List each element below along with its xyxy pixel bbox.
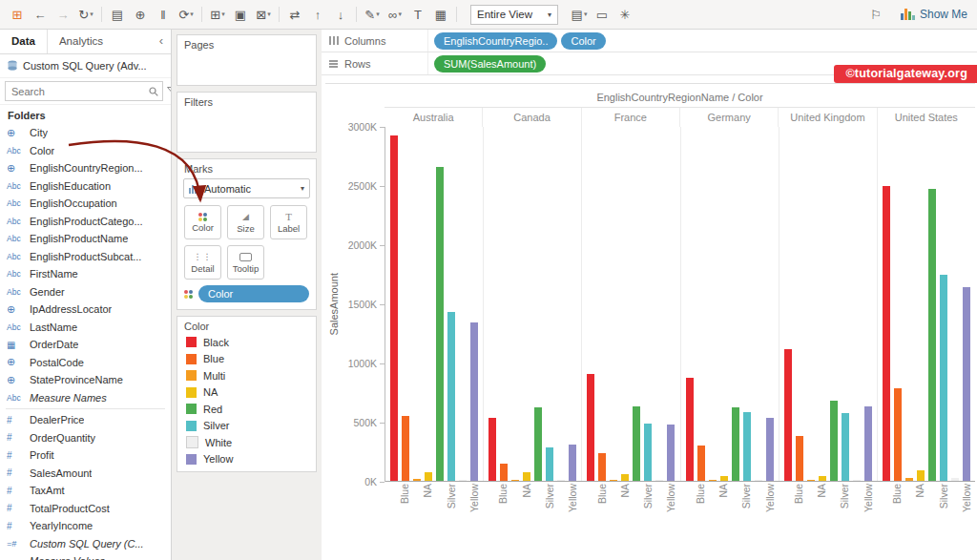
field-measure-names[interactable]: AbcMeasure Names [0,389,171,407]
bar-australia-silver[interactable] [447,312,455,481]
mark-button-size[interactable]: Size [227,205,264,239]
mark-button-color[interactable]: Color [184,205,221,239]
bar-canada-black[interactable] [488,418,496,481]
clear-sheet-button[interactable]: ⊠▾ [252,4,275,25]
legend-item-yellow[interactable]: Yellow [177,451,316,468]
save-button[interactable]: ▤ [106,4,129,25]
field-gender[interactable]: AbcGender [0,283,171,301]
bar-germany-black[interactable] [686,378,694,481]
field-taxamt[interactable]: #TaxAmt [0,482,171,500]
bar-united-kingdom-black[interactable] [784,349,792,482]
pause-auto-updates-button[interactable]: ‖ [152,4,175,25]
bar-france-white[interactable] [655,480,663,481]
field-englishoccupation[interactable]: AbcEnglishOccupation [0,195,171,213]
bar-france-red[interactable] [633,406,640,481]
presentation-mode-button[interactable]: ▭ [591,4,613,25]
bar-australia-black[interactable] [390,135,398,481]
legend-item-black[interactable]: Black [177,334,316,351]
show-me-button[interactable]: Show Me [901,8,967,21]
pages-shelf[interactable]: Pages [177,34,317,86]
tableau-logo-icon[interactable]: ⊞ [6,4,29,25]
forward-button[interactable]: → [52,4,74,25]
bar-germany-red[interactable] [732,407,739,481]
mark-button-tooltip[interactable]: Tooltip [227,245,264,280]
field-orderdate[interactable]: ▦OrderDate [0,336,171,354]
field-yearlyincome[interactable]: #YearlyIncome [0,517,171,535]
bar-united-kingdom-red[interactable] [830,401,838,481]
columns-shelf[interactable]: Columns EnglishCountryRegio..Color [322,30,977,52]
bar-canada-yellow[interactable] [569,445,576,481]
new-worksheet-button[interactable]: ⊞▾ [206,4,229,25]
bar-canada-red[interactable] [534,407,542,481]
sort-ascending-button[interactable]: ↑ [306,4,329,25]
bar-germany-multi[interactable] [709,480,717,481]
filters-shelf[interactable]: Filters [177,92,317,153]
bar-france-blue[interactable] [598,453,606,481]
field-orderquantity[interactable]: #OrderQuantity [0,429,171,447]
bar-france-black[interactable] [587,374,594,481]
pill-englishcountryregio[interactable]: EnglishCountryRegio.. [434,32,557,50]
show-mark-labels-button[interactable]: T [406,4,429,25]
field-lastname[interactable]: AbcLastName [0,319,171,337]
mark-type-dropdown[interactable]: Automatic ▾ [183,178,310,198]
bar-united-kingdom-yellow[interactable] [864,406,872,481]
bar-australia-multi[interactable] [413,479,421,481]
bar-united-states-yellow[interactable] [963,287,970,481]
legend-item-silver[interactable]: Silver [177,418,316,435]
share-button[interactable]: ✳ [613,4,636,25]
back-button[interactable]: ← [29,4,52,25]
show-hide-cards-button[interactable]: ▤▾ [568,4,591,25]
new-data-source-button[interactable]: ⊕ [129,4,152,25]
pill-sum-salesamount[interactable]: SUM(SalesAmount) [434,55,546,73]
bar-united-states-blue[interactable] [894,388,902,481]
mark-button-detail[interactable]: Detail [184,245,221,280]
bar-canada-na[interactable] [523,472,530,481]
field-dealerprice[interactable]: #DealerPrice [0,411,171,429]
bar-australia-white[interactable] [459,480,467,481]
duplicate-sheet-button[interactable]: ▣ [229,4,252,25]
bar-france-yellow[interactable] [667,425,675,481]
bar-germany-blue[interactable] [697,446,705,481]
view-mode-dropdown[interactable]: Entire View ▾ [470,5,558,25]
field-englishcountryregion[interactable]: ⊕EnglishCountryRegion... [0,159,171,177]
swap-rows-columns-button[interactable]: ⇄ [283,4,306,25]
sort-descending-button[interactable]: ↓ [329,4,352,25]
tab-analytics[interactable]: Analytics [48,30,114,53]
bar-united-kingdom-blue[interactable] [796,436,803,481]
bar-australia-na[interactable] [425,472,432,481]
field-firstname[interactable]: AbcFirstName [0,265,171,283]
bar-germany-yellow[interactable] [766,418,774,481]
data-source-item[interactable]: Custom SQL Query (Adv... [0,54,171,78]
pill-color[interactable]: Color [198,285,309,302]
bar-germany-na[interactable] [720,476,728,481]
field-stateprovincename[interactable]: ⊕StateProvinceName [0,371,171,389]
field-custom-sql-query-c[interactable]: =#Custom SQL Query (C... [0,535,171,553]
bar-united-states-silver[interactable] [940,275,947,481]
legend-item-red[interactable]: Red [177,401,316,418]
bar-united-states-multi[interactable] [905,478,913,481]
field-salesamount[interactable]: #SalesAmount [0,465,171,483]
search-box[interactable] [5,81,163,101]
bar-united-states-black[interactable] [883,186,890,481]
field-profit[interactable]: #Profit [0,446,171,465]
fix-axes-button[interactable]: ▦ [429,4,452,25]
field-totalproductcost[interactable]: #TotalProductCost [0,500,171,518]
bar-canada-silver[interactable] [546,447,553,481]
bar-canada-white[interactable] [557,480,565,481]
collapse-pane-icon[interactable]: ‹ [152,30,171,53]
bar-france-na[interactable] [621,474,629,481]
run-update-button[interactable]: ⟳▾ [175,4,197,25]
legend-item-white[interactable]: White [177,434,316,451]
bar-germany-white[interactable] [755,480,762,481]
bar-australia-red[interactable] [436,167,444,481]
bar-canada-blue[interactable] [500,464,508,481]
bar-australia-yellow[interactable] [470,322,478,481]
field-englishproductsubcat[interactable]: AbcEnglishProductSubcat... [0,248,171,266]
field-color[interactable]: AbcColor [0,142,171,160]
replay-button[interactable]: ↻▾ [74,4,97,25]
window-button[interactable]: ⚐ [864,4,887,25]
bar-germany-silver[interactable] [743,412,751,481]
mark-button-label[interactable]: Label [270,205,307,239]
legend-item-multi[interactable]: Multi [177,367,316,384]
bar-australia-blue[interactable] [402,416,409,481]
